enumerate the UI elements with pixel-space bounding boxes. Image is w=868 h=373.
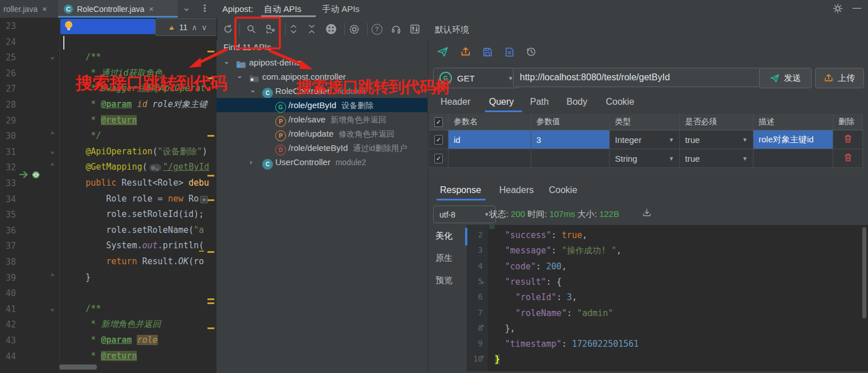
delete-cell[interactable] — [833, 130, 863, 149]
tab-path[interactable]: Path — [530, 97, 549, 107]
help-icon[interactable]: ? — [370, 22, 384, 36]
upload-button[interactable]: 上传 — [815, 68, 864, 88]
expand-all-icon[interactable] — [287, 22, 300, 36]
param-name-cell[interactable]: id — [449, 130, 531, 149]
tree-item[interactable]: P/role/update修改角色并返回 — [217, 126, 427, 141]
chevron-down-icon[interactable]: ⌄ — [223, 54, 230, 68]
delete-cell[interactable] — [833, 149, 863, 168]
code-line[interactable]: 30⌃ */ — [0, 129, 217, 145]
code-line[interactable]: 27 * swagger注解@ApiOperat. — [0, 81, 217, 97]
method-select[interactable]: G GET ▼ — [433, 68, 520, 88]
run-test-icon[interactable] — [19, 170, 29, 181]
tree-item[interactable]: ⌄apipost-demo — [217, 55, 427, 69]
fold-marker-icon[interactable]: ⌃ — [480, 323, 484, 331]
param-value-cell[interactable]: 3 — [531, 130, 610, 149]
code-line[interactable]: 44 * @return — [0, 349, 217, 365]
param-required-select[interactable]: true▼ — [680, 130, 753, 149]
lightbulb-icon[interactable] — [65, 21, 72, 28]
environment-selector[interactable]: 默认环境 — [435, 24, 469, 35]
save-icon[interactable] — [480, 45, 494, 59]
code-line[interactable]: 38 return Result.OK(ro — [0, 255, 217, 270]
environment-settings-icon[interactable] — [408, 22, 422, 36]
code-line[interactable]: 39⌃ } — [0, 270, 217, 286]
close-icon[interactable]: × — [149, 5, 153, 14]
settings-gear-icon[interactable] — [831, 2, 845, 15]
code-line[interactable]: 25⌄ /** — [0, 50, 217, 66]
code-line[interactable]: 42 * 新增角色并返回 — [0, 317, 217, 333]
tree-item[interactable]: ⌄CRoleControllermodule3 — [217, 84, 427, 98]
code-line[interactable]: 31⌄ @ApiOperation("设备删除") — [0, 145, 217, 161]
tab-auto-apis[interactable]: 自动 APIs — [264, 4, 301, 15]
url-input[interactable] — [513, 68, 760, 87]
code-editor[interactable]: 232425⌄ /**26 * 通过id获取角色27 * swagger注解@A… — [0, 18, 217, 373]
fold-marker-icon[interactable]: ⌄ — [50, 304, 55, 312]
tab-header[interactable]: Header — [441, 97, 470, 107]
code-line[interactable]: 40 — [0, 286, 217, 302]
code-line[interactable]: 24 — [0, 35, 217, 51]
code-line[interactable]: 29 * @return — [0, 113, 217, 129]
trash-icon[interactable] — [844, 134, 852, 145]
param-row[interactable]: ✓String▼true▼ — [429, 149, 864, 168]
tab-manual-apis[interactable]: 手动 APIs — [322, 4, 360, 15]
send-quick-icon[interactable] — [436, 45, 450, 59]
trash-icon[interactable] — [844, 153, 852, 163]
fold-marker-icon[interactable]: ⌄ — [480, 277, 484, 285]
copy-doc-icon[interactable] — [503, 45, 516, 59]
select-all-cell[interactable]: ✓ — [429, 114, 449, 130]
code-line[interactable]: 34 Role role = new Ro≡ — [0, 192, 217, 208]
tab-body[interactable]: Body — [567, 97, 587, 107]
tree-item[interactable]: ⌄com.apipost.controller — [217, 69, 427, 84]
inspection-widget[interactable]: ▲! 11 ∧ ∨ — [155, 18, 217, 36]
checkbox-checked-icon[interactable]: ✓ — [434, 117, 443, 127]
fold-marker-icon[interactable]: ⌃ — [50, 162, 55, 170]
support-headphones-icon[interactable] — [389, 22, 403, 36]
prev-warning-icon[interactable]: ∧ — [191, 23, 197, 32]
checkbox-checked-icon[interactable]: ✓ — [434, 154, 443, 163]
upload-quick-icon[interactable] — [459, 45, 472, 59]
param-value-cell[interactable] — [531, 149, 610, 168]
param-type-select[interactable]: String▼ — [610, 149, 680, 168]
tree-item[interactable]: P/role/save新增角色并返回 — [217, 112, 427, 126]
close-icon[interactable]: × — [42, 5, 47, 14]
fold-marker-icon[interactable]: ⌃ — [480, 354, 484, 362]
settings-icon[interactable] — [347, 22, 361, 36]
tab-resp-headers[interactable]: Headers — [499, 185, 533, 195]
tree-item[interactable]: D/role/deleteById通过id删除用户 — [217, 141, 427, 155]
encoding-select[interactable]: utf-8 ▼ — [433, 206, 496, 223]
editor-tab-usercontroller[interactable]: roller.java × — [0, 0, 59, 18]
group-mode-icon[interactable] — [324, 22, 338, 36]
tab-query[interactable]: Query — [489, 97, 514, 107]
tree-item[interactable]: G/role/getById设备删除 — [217, 98, 427, 112]
minimize-icon[interactable]: — — [853, 2, 861, 12]
fold-marker-icon[interactable]: ⌃ — [50, 130, 55, 139]
apipost-nav-icon[interactable] — [32, 171, 40, 181]
tab-response[interactable]: Response — [440, 185, 481, 195]
param-name-cell[interactable] — [449, 149, 531, 168]
chevron-down-icon[interactable]: ⌄ — [237, 68, 243, 83]
code-line[interactable]: 28 * @param id role对象主键 — [0, 97, 217, 113]
fold-marker-icon[interactable]: ⌃ — [50, 272, 55, 281]
param-required-select[interactable]: true▼ — [680, 149, 753, 168]
response-scrollbar[interactable] — [862, 227, 866, 318]
code-line[interactable]: 35 role.setRoleId(id); — [0, 207, 217, 223]
collapse-all-icon[interactable] — [305, 22, 319, 36]
param-row[interactable]: ✓id3Integer▼true▼role对象主键id — [429, 130, 864, 149]
kebab-menu-icon[interactable]: ⋮ — [200, 3, 209, 14]
param-type-select[interactable]: Integer▼ — [610, 130, 680, 149]
code-line[interactable]: 37 System.out.println( — [0, 239, 217, 255]
code-line[interactable]: 43 * @param role — [0, 333, 217, 349]
tree-item[interactable]: ›CUserControllermodule2 — [217, 155, 427, 169]
param-desc-cell[interactable] — [753, 149, 833, 168]
tab-cookie[interactable]: Cookie — [606, 97, 634, 107]
search-api-tree-icon[interactable] — [263, 22, 277, 36]
send-button[interactable]: 发送 — [759, 68, 812, 88]
code-line[interactable]: 41⌄ /** — [0, 302, 217, 318]
row-checkbox-cell[interactable]: ✓ — [429, 149, 449, 168]
chevron-down-icon[interactable]: ⌄ — [182, 2, 190, 14]
tab-resp-cookie[interactable]: Cookie — [549, 185, 577, 195]
editor-horizontal-scrollbar[interactable] — [59, 364, 97, 370]
code-line[interactable]: 36 role.setRoleName("a — [0, 223, 217, 239]
history-icon[interactable] — [524, 45, 538, 59]
next-warning-icon[interactable]: ∨ — [201, 23, 207, 32]
checkbox-checked-icon[interactable]: ✓ — [434, 135, 443, 145]
